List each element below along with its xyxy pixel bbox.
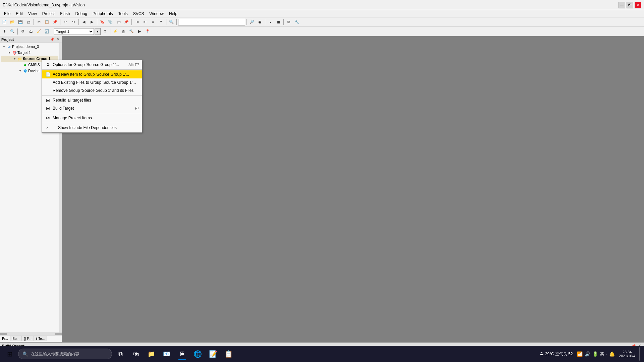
ctx-show-deps[interactable]: ✓ Show Include File Dependencies xyxy=(42,124,142,132)
clean-btn[interactable]: 🧹 xyxy=(35,28,43,35)
debug-btn[interactable]: ⏵ xyxy=(267,18,274,26)
close-button[interactable]: ✕ xyxy=(635,2,641,8)
title-controls: — 🗗 ✕ xyxy=(619,2,641,8)
ctx-manage-label: Manage Project Items... xyxy=(53,116,139,120)
uncomment-btn[interactable]: /* xyxy=(157,18,165,26)
comment-btn[interactable]: // xyxy=(149,18,157,26)
clock[interactable]: 23:34 2021/10/4 xyxy=(616,350,638,358)
tree-project-root[interactable]: ▼ 🗂 Project: demo_3 xyxy=(1,44,58,50)
ctx-add-existing[interactable]: Add Existing Files to Group 'Source Grou… xyxy=(42,78,142,86)
cmsis-icon: ◆ xyxy=(23,62,28,67)
options-btn[interactable]: 🗂 xyxy=(27,28,35,35)
target-options-btn[interactable]: ⚙ xyxy=(101,28,109,35)
manage-items-btn[interactable]: ⚙ xyxy=(19,28,26,35)
menu-view[interactable]: View xyxy=(25,11,40,17)
store-btn[interactable]: 🛍 xyxy=(129,347,143,361)
stop-btn[interactable]: ⏹ xyxy=(275,18,282,26)
taskbar-search[interactable]: 🔍 在这里输入你要搜索的内容 xyxy=(18,349,112,359)
copy-btn[interactable]: 📋 xyxy=(43,18,51,26)
tools-btn[interactable]: 🔧 xyxy=(293,18,301,26)
target-dropdown-btn[interactable]: ▼ xyxy=(95,28,101,35)
build-target-btn[interactable]: 🔨 xyxy=(128,28,135,35)
undo-btn[interactable]: ↩ xyxy=(62,18,69,26)
toolbar1: 📄 📂 💾 🗂 ✂ 📋 📌 ↩ ↪ ◀ ▶ 🔖 📎 🏷 📌 ⇥ ⇤ // /* … xyxy=(0,17,644,27)
panel-close-btn[interactable]: ✕ xyxy=(56,37,60,42)
tab-templates[interactable]: Ⅱ Te... xyxy=(34,336,47,341)
target-combo[interactable]: Target 1 xyxy=(54,28,94,35)
nav-fwd-btn[interactable]: ▶ xyxy=(88,18,96,26)
find-btn[interactable]: 🔍 xyxy=(168,18,175,26)
menu-tools[interactable]: Tools xyxy=(116,11,130,17)
bookmark-btn[interactable]: 🔖 xyxy=(99,18,106,26)
sep5 xyxy=(131,19,132,25)
save-btn[interactable]: 💾 xyxy=(17,18,24,26)
tab-project[interactable]: Pr... xyxy=(0,336,10,341)
open-btn[interactable]: 📂 xyxy=(9,18,16,26)
bookmark2-btn[interactable]: 📎 xyxy=(107,18,114,26)
run-to-cursor-btn[interactable]: 📍 xyxy=(144,28,151,35)
erase-btn[interactable]: 🗑 xyxy=(120,28,127,35)
sep4 xyxy=(97,19,97,25)
indent-btn[interactable]: ⇥ xyxy=(133,18,141,26)
start-stop-debug-btn[interactable]: ▶ xyxy=(136,28,143,35)
title-text: E:\KeliCode\uVision\demo_3.uvprojx - µVi… xyxy=(3,3,85,7)
ctx-sep2 xyxy=(42,95,142,96)
tab-books[interactable]: Bu... xyxy=(10,336,22,341)
edge-btn[interactable]: 🌐 xyxy=(191,347,205,361)
outdent-btn[interactable]: ⇤ xyxy=(141,18,149,26)
save-all-btn[interactable]: 🗂 xyxy=(25,18,32,26)
menu-peripherals[interactable]: Peripherals xyxy=(90,11,116,17)
menu-debug[interactable]: Debug xyxy=(73,11,90,17)
mail-btn[interactable]: 📧 xyxy=(160,347,174,361)
remote-btn[interactable]: 📋 xyxy=(221,347,235,361)
nav-back-btn[interactable]: ◀ xyxy=(80,18,88,26)
menu-file[interactable]: File xyxy=(1,11,13,17)
explorer-btn[interactable]: 📁 xyxy=(144,347,158,361)
network-icon[interactable]: 📶 xyxy=(577,351,583,357)
menu-svcs[interactable]: SVCS xyxy=(130,11,147,17)
ctx-manage[interactable]: 🗂 Manage Project Items... xyxy=(42,114,142,122)
menu-help[interactable]: Help xyxy=(166,11,180,17)
lang-icon[interactable]: 英 xyxy=(600,351,604,357)
cmsis-label: CMSIS xyxy=(28,63,40,67)
bookmark3-btn[interactable]: 🏷 xyxy=(115,18,122,26)
word-btn[interactable]: 📝 xyxy=(206,347,220,361)
search-combo[interactable] xyxy=(178,19,245,25)
scope-btn[interactable]: ◉ xyxy=(256,18,264,26)
rebuild-btn[interactable]: 🔄 xyxy=(43,28,51,35)
ime-icon[interactable]: · xyxy=(606,352,607,356)
minimize-button[interactable]: — xyxy=(619,2,625,8)
new-file-btn[interactable]: 📄 xyxy=(1,18,8,26)
tab-functions[interactable]: {} F... xyxy=(22,336,34,341)
ctx-options[interactable]: ⚙ Options for Group 'Source Group 1'... … xyxy=(42,61,142,69)
menu-flash[interactable]: Flash xyxy=(57,11,72,17)
ctx-add-new[interactable]: 📄 Add New Item to Group 'Source Group 1'… xyxy=(42,70,142,78)
maximize-button[interactable]: 🗗 xyxy=(627,2,633,8)
menu-project[interactable]: Project xyxy=(40,11,57,17)
task-view-btn[interactable]: ⧉ xyxy=(113,347,127,361)
menu-edit[interactable]: Edit xyxy=(13,11,25,17)
flash-download-btn[interactable]: ⚡ xyxy=(112,28,119,35)
panel-hscroll[interactable] xyxy=(0,333,62,335)
show-desktop-btn[interactable] xyxy=(639,347,641,361)
volume-icon[interactable]: 🔊 xyxy=(585,351,590,357)
cut-btn[interactable]: ✂ xyxy=(35,18,43,26)
sep3 xyxy=(78,19,79,25)
paste-btn[interactable]: 📌 xyxy=(51,18,59,26)
ctx-rebuild[interactable]: ⊞ Rebuild all target files xyxy=(42,96,142,104)
inspect-btn[interactable]: 🔎 xyxy=(248,18,256,26)
tree-target1[interactable]: ▼ 🎯 Target 1 xyxy=(1,50,58,56)
ctx-remove-group[interactable]: Remove Group 'Source Group 1' and its Fi… xyxy=(42,86,142,95)
panel-pin-btn[interactable]: 📌 xyxy=(50,37,54,42)
window-btn[interactable]: ⧉ xyxy=(285,18,292,26)
menu-window[interactable]: Window xyxy=(147,11,166,17)
start-debug-btn[interactable]: 🔍 xyxy=(9,28,16,35)
uvision-app[interactable]: 🖥 xyxy=(175,347,189,361)
bookmark4-btn[interactable]: 📌 xyxy=(123,18,130,26)
ctx-build-target[interactable]: ⊟ Build Target F7 xyxy=(42,104,142,112)
redo-btn[interactable]: ↪ xyxy=(70,18,77,26)
load-btn[interactable]: ⬇ xyxy=(1,28,8,35)
ctx-deps-label: Show Include File Dependencies xyxy=(58,125,139,130)
notification-icon[interactable]: 🔔 xyxy=(609,351,615,357)
start-button[interactable]: ⊞ xyxy=(3,347,17,361)
